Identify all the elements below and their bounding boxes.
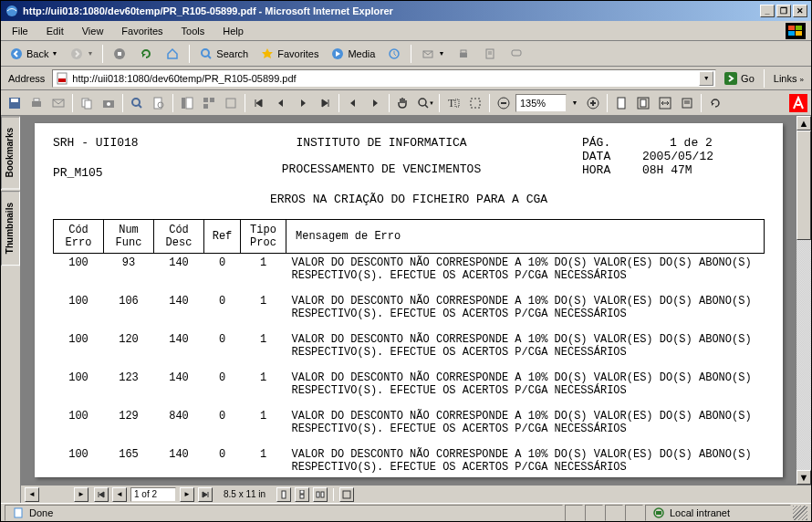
cell-msg: VALOR DO DESCONTO NÃO CORRESPONDE A 10% …: [286, 369, 765, 400]
pdf-email-button[interactable]: [48, 93, 68, 113]
footer-single-page-button[interactable]: [276, 487, 291, 502]
cell-cod_erro: 100: [54, 330, 104, 361]
refresh-button[interactable]: [134, 44, 158, 64]
home-button[interactable]: [161, 44, 184, 64]
h-scroll-left-button[interactable]: ◄: [25, 487, 39, 502]
pdf-zoom-tool-button[interactable]: ▼: [415, 93, 435, 113]
table-row: 1009314001VALOR DO DESCONTO NÃO CORRESPO…: [54, 254, 765, 286]
pdf-fit-width-button[interactable]: [655, 93, 675, 113]
bookmarks-tab[interactable]: Bookmarks: [1, 116, 20, 189]
pdf-actual-size-button[interactable]: [611, 93, 631, 113]
media-button[interactable]: Media: [326, 44, 380, 64]
pdf-toolbar: ▼ T ▼: [1, 90, 811, 116]
pdf-search-doc-button[interactable]: [149, 93, 169, 113]
address-dropdown-button[interactable]: ▼: [699, 71, 713, 86]
pdf-prev-page-button[interactable]: [271, 93, 291, 113]
search-icon: [199, 47, 213, 61]
menu-file[interactable]: File: [5, 24, 36, 38]
thumbnails-tab[interactable]: Thumbnails: [1, 191, 20, 266]
menu-tools[interactable]: Tools: [174, 24, 213, 38]
pdf-ebook-button[interactable]: [221, 93, 241, 113]
pdf-camera-button[interactable]: [99, 93, 119, 113]
pdf-next-page-button[interactable]: [293, 93, 313, 113]
history-button[interactable]: [382, 44, 406, 64]
menu-edit[interactable]: Edit: [39, 24, 71, 38]
history-icon: [387, 47, 401, 61]
address-input[interactable]: [72, 73, 696, 84]
scroll-down-button[interactable]: ▼: [796, 470, 811, 485]
pdf-show-bookmarks-button[interactable]: [177, 93, 197, 113]
pdf-graphic-select-button[interactable]: [465, 93, 485, 113]
footer-prev-page-button[interactable]: ◄: [112, 487, 127, 502]
pdf-next-view-button[interactable]: [365, 93, 385, 113]
page-size-label: 8.5 x 11 in: [216, 489, 273, 499]
links-button[interactable]: Links »: [770, 73, 807, 84]
resize-grip[interactable]: [793, 506, 807, 520]
footer-mode-button[interactable]: [339, 487, 354, 502]
scroll-track[interactable]: [796, 130, 811, 470]
svg-rect-8: [118, 52, 121, 56]
zoom-dropdown-button[interactable]: ▼: [568, 93, 581, 113]
favorites-button[interactable]: Favorites: [255, 44, 323, 64]
close-button[interactable]: ✕: [793, 5, 807, 17]
back-button[interactable]: Back ▼: [5, 44, 62, 64]
vertical-scrollbar[interactable]: ▲ ▼: [796, 116, 811, 485]
menu-favorites[interactable]: Favorites: [114, 24, 170, 38]
scroll-up-button[interactable]: ▲: [796, 116, 811, 130]
stop-button[interactable]: [108, 44, 131, 64]
maximize-button[interactable]: ❐: [776, 5, 791, 17]
doc-org-title: INSTITUTO DE INFORMATICA: [181, 136, 582, 150]
cell-tipo_proc: 1: [241, 369, 286, 400]
pdf-text-select-button[interactable]: T: [443, 93, 463, 113]
footer-facing-button[interactable]: [313, 487, 328, 502]
cell-ref: 0: [204, 292, 241, 323]
h-scroll-right-button[interactable]: ►: [74, 487, 88, 502]
pdf-zoom-out-button[interactable]: [494, 93, 514, 113]
pdf-prev-view-button[interactable]: [343, 93, 363, 113]
cell-num_func: 120: [104, 330, 154, 361]
edit-button[interactable]: [478, 44, 502, 64]
footer-last-page-button[interactable]: [198, 487, 213, 502]
th-mensagem: Mensagem de Erro: [286, 220, 765, 254]
pdf-fit-page-button[interactable]: [633, 93, 653, 113]
th-tipo-proc: Tipo Proc: [241, 220, 286, 254]
svg-line-33: [139, 105, 141, 108]
pdf-zoom-in-button[interactable]: [583, 93, 603, 113]
cell-num_func: 123: [104, 369, 154, 400]
footer-continuous-button[interactable]: [295, 487, 309, 502]
pdf-print-button[interactable]: [26, 93, 47, 113]
status-pane-4: [625, 505, 643, 521]
svg-rect-61: [300, 495, 304, 498]
go-button[interactable]: Go: [720, 71, 758, 86]
zoom-input[interactable]: [515, 94, 567, 112]
forward-button[interactable]: ▼: [65, 44, 98, 64]
svg-rect-52: [618, 98, 625, 109]
print-button[interactable]: [452, 44, 475, 64]
pdf-reflow-button[interactable]: [677, 93, 697, 113]
window-titlebar: http://uii018:1080/dev60temp/PR_R105-058…: [1, 1, 811, 21]
menu-help[interactable]: Help: [215, 24, 251, 38]
pdf-first-page-button[interactable]: [249, 93, 269, 113]
pdf-save-button[interactable]: [5, 93, 25, 113]
pdf-copy-button[interactable]: [77, 93, 97, 113]
pdf-hand-tool-button[interactable]: [393, 93, 413, 113]
pdf-rotate-button[interactable]: [705, 93, 725, 113]
windows-logo-icon: [786, 23, 806, 39]
document-area[interactable]: SRH - UII018 PR_M105 INSTITUTO DE INFORM…: [21, 116, 796, 485]
minimize-button[interactable]: _: [760, 5, 775, 17]
table-row: 10010614001VALOR DO DESCONTO NÃO CORRESP…: [54, 292, 765, 323]
footer-first-page-button[interactable]: [94, 487, 109, 502]
pdf-find-button[interactable]: [127, 93, 147, 113]
footer-next-page-button[interactable]: ►: [180, 487, 194, 502]
scroll-thumb[interactable]: [796, 130, 811, 240]
mail-button[interactable]: ▼: [416, 44, 449, 64]
search-button[interactable]: Search: [194, 44, 253, 64]
pdf-show-thumbs-button[interactable]: [199, 93, 219, 113]
pdf-last-page-button[interactable]: [315, 93, 335, 113]
print-icon: [456, 47, 471, 61]
discuss-button[interactable]: [505, 44, 528, 64]
back-label: Back: [26, 48, 48, 59]
footer-page-input[interactable]: [130, 487, 176, 502]
cell-cod_erro: 100: [54, 369, 104, 400]
menu-view[interactable]: View: [75, 24, 111, 38]
